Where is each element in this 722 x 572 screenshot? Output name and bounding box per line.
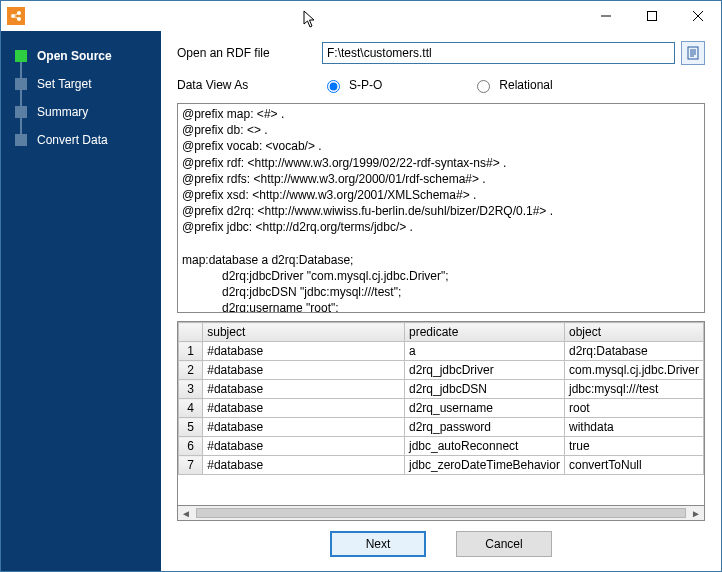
scroll-thumb[interactable] xyxy=(196,508,686,518)
predicate-cell: d2rq_username xyxy=(404,399,564,418)
next-button[interactable]: Next xyxy=(330,531,426,557)
step-label: Set Target xyxy=(37,77,91,91)
step-marker-icon xyxy=(15,78,27,90)
step-label: Summary xyxy=(37,105,88,119)
radio-spo[interactable]: S-P-O xyxy=(322,77,382,93)
triples-grid: subject predicate object 1#databasead2rq… xyxy=(177,321,705,521)
radio-relational[interactable]: Relational xyxy=(472,77,552,93)
subject-cell: #database xyxy=(203,361,405,380)
rownum-cell: 5 xyxy=(179,418,203,437)
minimize-button[interactable] xyxy=(583,1,629,31)
rownum-cell: 2 xyxy=(179,361,203,380)
rownum-cell: 7 xyxy=(179,456,203,475)
title-bar xyxy=(1,1,721,31)
step-convert-data[interactable]: Convert Data xyxy=(7,133,153,147)
predicate-cell: d2rq_jdbcDriver xyxy=(404,361,564,380)
radio-relational-input[interactable] xyxy=(477,80,490,93)
rownum-cell: 1 xyxy=(179,342,203,361)
wizard-sidebar: Open Source Set Target Summary Convert D… xyxy=(1,31,161,571)
file-path-input[interactable] xyxy=(322,42,675,64)
data-view-label: Data View As xyxy=(177,78,322,92)
rownum-cell: 6 xyxy=(179,437,203,456)
rownum-cell: 4 xyxy=(179,399,203,418)
radio-spo-label: S-P-O xyxy=(349,78,382,92)
step-label: Open Source xyxy=(37,49,112,63)
step-marker-icon xyxy=(15,134,27,146)
svg-rect-3 xyxy=(648,12,657,21)
predicate-cell: jdbc_zeroDateTimeBehavior xyxy=(404,456,564,475)
object-cell: d2rq:Database xyxy=(564,342,703,361)
subject-cell: #database xyxy=(203,399,405,418)
step-marker-icon xyxy=(15,106,27,118)
radio-relational-label: Relational xyxy=(499,78,552,92)
object-cell: root xyxy=(564,399,703,418)
main-panel: Open an RDF file Data View As S-P-O Rela… xyxy=(161,31,721,571)
maximize-button[interactable] xyxy=(629,1,675,31)
col-predicate[interactable]: predicate xyxy=(404,323,564,342)
subject-cell: #database xyxy=(203,437,405,456)
predicate-cell: d2rq_jdbcDSN xyxy=(404,380,564,399)
step-open-source[interactable]: Open Source xyxy=(7,49,153,63)
object-cell: true xyxy=(564,437,703,456)
table-row[interactable]: 4#databased2rq_usernameroot xyxy=(179,399,704,418)
table-row[interactable]: 6#databasejdbc_autoReconnecttrue xyxy=(179,437,704,456)
subject-cell: #database xyxy=(203,380,405,399)
subject-cell: #database xyxy=(203,342,405,361)
document-icon xyxy=(686,46,700,60)
table-row[interactable]: 1#databasead2rq:Database xyxy=(179,342,704,361)
predicate-cell: a xyxy=(404,342,564,361)
table-row[interactable]: 3#databased2rq_jdbcDSNjdbc:mysql:///test xyxy=(179,380,704,399)
object-cell: jdbc:mysql:///test xyxy=(564,380,703,399)
step-set-target[interactable]: Set Target xyxy=(7,77,153,91)
step-label: Convert Data xyxy=(37,133,108,147)
predicate-cell: d2rq_password xyxy=(404,418,564,437)
step-summary[interactable]: Summary xyxy=(7,105,153,119)
subject-cell: #database xyxy=(203,418,405,437)
object-cell: com.mysql.cj.jdbc.Driver xyxy=(564,361,703,380)
step-marker-icon xyxy=(15,50,27,62)
app-icon xyxy=(7,7,25,25)
cancel-button[interactable]: Cancel xyxy=(456,531,552,557)
close-button[interactable] xyxy=(675,1,721,31)
rownum-header xyxy=(179,323,203,342)
rdf-text-preview[interactable]: @prefix map: <#> . @prefix db: <> . @pre… xyxy=(177,103,705,313)
svg-rect-4 xyxy=(688,47,698,59)
object-cell: convertToNull xyxy=(564,456,703,475)
table-row[interactable]: 5#databased2rq_passwordwithdata xyxy=(179,418,704,437)
rownum-cell: 3 xyxy=(179,380,203,399)
scroll-left-icon[interactable]: ◄ xyxy=(178,506,194,520)
wizard-footer: Next Cancel xyxy=(177,521,705,561)
table-row[interactable]: 2#databased2rq_jdbcDrivercom.mysql.cj.jd… xyxy=(179,361,704,380)
open-file-label: Open an RDF file xyxy=(177,46,322,60)
subject-cell: #database xyxy=(203,456,405,475)
object-cell: withdata xyxy=(564,418,703,437)
horizontal-scrollbar[interactable]: ◄ ► xyxy=(177,505,705,521)
browse-button[interactable] xyxy=(681,41,705,65)
col-subject[interactable]: subject xyxy=(203,323,405,342)
table-header-row: subject predicate object xyxy=(179,323,704,342)
grid-scroll-area[interactable]: subject predicate object 1#databasead2rq… xyxy=(177,321,705,505)
scroll-right-icon[interactable]: ► xyxy=(688,506,704,520)
radio-spo-input[interactable] xyxy=(327,80,340,93)
predicate-cell: jdbc_autoReconnect xyxy=(404,437,564,456)
col-object[interactable]: object xyxy=(564,323,703,342)
table-row[interactable]: 7#databasejdbc_zeroDateTimeBehaviorconve… xyxy=(179,456,704,475)
